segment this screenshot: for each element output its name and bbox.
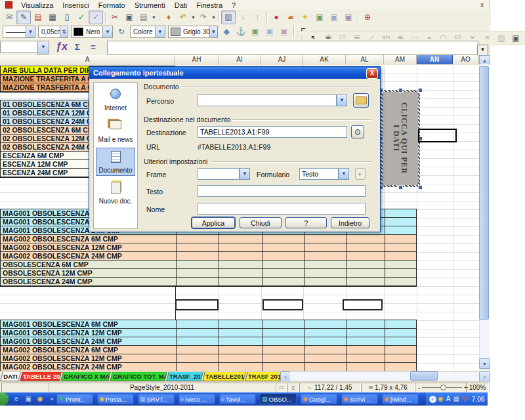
table-row[interactable]: OBSOLESCENZA 24M CMP <box>1 278 416 286</box>
line-width-spinner[interactable]: 0,05cm ⇅ <box>38 26 68 38</box>
selection-handle[interactable] <box>398 88 403 93</box>
start-button[interactable] <box>0 392 9 406</box>
menu-item-inserisci[interactable]: Inserisci <box>58 1 93 9</box>
spellcheck-icon[interactable]: ✓ <box>74 10 89 24</box>
sheet-tab-tabelle2013[interactable]: TABELLE2013 <box>202 372 245 381</box>
sheet-tab-graficoxmag[interactable]: GRAFICO X MAG. <box>60 372 110 381</box>
dialog-button-?[interactable]: ? <box>285 217 327 228</box>
table-row[interactable]: MAG002 OBSOLESCENZA 12M CMP <box>1 243 416 252</box>
sheet-tab-trasf2013[interactable]: TRASF 2013 <box>245 372 282 381</box>
table-row[interactable]: MAG001 OBSOLESCENZA 6M CMP <box>1 320 416 329</box>
dialog-close-button[interactable]: X <box>366 68 378 79</box>
copy-icon[interactable]: ▣ <box>122 10 136 24</box>
open-file-button[interactable] <box>353 93 369 108</box>
column-header-am[interactable]: AM <box>384 55 417 64</box>
column-header-ai[interactable]: AI <box>219 55 261 64</box>
selection-mode-icon[interactable]: ▭ <box>276 383 287 392</box>
expand-formula-bar-icon[interactable]: ▼ <box>477 45 488 56</box>
menu-item-?[interactable]: ? <box>227 1 240 9</box>
chevron-down-icon[interactable]: ▼ <box>155 26 165 37</box>
note-icon[interactable]: ▰ <box>284 10 298 24</box>
zoom-out-icon[interactable]: - <box>418 384 420 391</box>
bring-front-icon[interactable]: ▣ <box>327 10 341 24</box>
target-icon[interactable]: ⊕ <box>360 10 375 24</box>
dialog-sidebar-item-mailenews[interactable]: Mail e news <box>96 116 135 144</box>
hyperlink-bar-icon[interactable]: ▥ <box>221 10 236 24</box>
dialog-button-chiudi[interactable]: Chiudi <box>240 217 282 228</box>
table-row[interactable]: MAG002 OBSOLESCENZA 6M CMP <box>1 346 416 354</box>
menu-item-strumenti[interactable]: Strumenti <box>130 1 170 9</box>
edit-icon[interactable]: ✎ <box>16 10 31 24</box>
horizontal-scrollbar-thumb[interactable] <box>410 371 438 381</box>
mail-icon[interactable]: ✉ <box>2 10 16 24</box>
fill-color-combo[interactable]: Grigio 30% ▼ <box>168 26 218 38</box>
vnc-tray-icon[interactable]: V² <box>462 392 469 406</box>
menu-item-visualizza[interactable]: Visualizza <box>16 1 58 9</box>
testo-input[interactable] <box>198 185 366 197</box>
chevron-down-icon[interactable]: ▼ <box>211 11 217 24</box>
chevron-down-icon[interactable]: ▼ <box>26 26 35 37</box>
bordered-cell-box[interactable] <box>343 299 383 310</box>
selection-handle[interactable] <box>418 185 423 190</box>
chevron-down-icon[interactable]: ▼ <box>190 11 196 24</box>
name-box-dropdown-icon[interactable]: ▼ <box>37 41 49 54</box>
scroll-down-icon[interactable]: ▼ <box>479 358 490 369</box>
taskbar-button-scrivi[interactable]: ◉Scrivi ... <box>341 394 378 404</box>
export-pdf-icon[interactable]: ▤ <box>31 10 45 24</box>
column-header-a[interactable]: A <box>0 55 175 64</box>
dialog-title-bar[interactable]: Collegamento ipertestuale <box>89 67 380 79</box>
column-header-al[interactable]: AL <box>346 55 384 64</box>
menu-item-dati[interactable]: Dati <box>170 1 192 9</box>
dialog-sidebar-item-documento[interactable]: Documento <box>96 148 135 176</box>
desktop-quicklaunch-icon[interactable]: ▣ <box>24 394 33 404</box>
taskbar-button-iveco[interactable]: eIveco ... <box>178 394 215 404</box>
sum-icon[interactable]: Σ <box>71 41 84 52</box>
column-header-aj[interactable]: AJ <box>261 55 303 64</box>
column-header-ak[interactable]: AK <box>303 55 346 64</box>
tray-collapse-icon[interactable]: ‹ <box>429 396 436 403</box>
name-box[interactable] <box>0 41 39 53</box>
column-header-ao[interactable]: AO <box>453 55 479 64</box>
taskbar-button-obso[interactable]: ▤OBSO... <box>260 394 297 404</box>
table-row[interactable]: MAG002 OBSOLESCENZA 24M CMP <box>1 252 416 261</box>
align-icon[interactable]: ▣ <box>248 25 262 39</box>
sheet-tab-graficototmag[interactable]: GRAFICO TOT. MAG. <box>110 372 167 381</box>
frame-dropdown-icon[interactable]: ▼ <box>240 168 250 180</box>
table-row[interactable]: OBSOLESCENZA 12M CMP <box>1 269 416 278</box>
tab-scroll-left-icon[interactable]: < <box>280 371 291 382</box>
function-wizard-icon[interactable]: ƒx <box>55 41 68 52</box>
taskbar-button-tavol[interactable]: eTavol... <box>219 394 256 404</box>
chevron-down-icon[interactable]: ▼ <box>209 26 217 37</box>
selection-handle[interactable] <box>418 88 423 93</box>
frame-input[interactable] <box>198 168 240 180</box>
menu-item-formato[interactable]: Formato <box>94 1 130 9</box>
line-style-combo[interactable]: ——— ▼ <box>3 26 35 38</box>
autospell-icon[interactable]: ✓ <box>89 10 103 24</box>
formulario-dropdown-icon[interactable]: ▼ <box>339 168 349 180</box>
page-preview-icon[interactable]: ▯ <box>60 10 74 24</box>
menu-item-finestra[interactable]: Finestra <box>192 1 227 9</box>
nome-input[interactable] <box>198 203 366 215</box>
table-row[interactable]: MAG001 OBSOLESCENZA 24M CMP <box>1 337 416 346</box>
table-row[interactable]: MAG001 OBSOLESCENZA 12M CMP <box>1 329 416 337</box>
taskbar-button-pront[interactable]: ▼Pront... <box>56 394 93 404</box>
equals-icon[interactable]: = <box>87 41 100 52</box>
chevron-down-icon[interactable]: ▼ <box>151 11 157 24</box>
cut-icon[interactable]: ✂ <box>108 10 122 24</box>
undo-icon[interactable]: ↶ <box>176 10 190 24</box>
network-tray-icon[interactable]: ▦ <box>453 392 459 406</box>
target-in-document-button[interactable]: ⊙ <box>351 125 364 138</box>
destinazione-input[interactable] <box>198 126 347 138</box>
bordered-cell-box[interactable] <box>175 299 219 310</box>
spinner-icon[interactable]: ⇅ <box>60 26 68 37</box>
copy-control-icon[interactable]: ▣ <box>509 32 523 45</box>
taskbar-button-posta[interactable]: ◉Posta... <box>97 394 134 404</box>
shadow-icon[interactable]: ◆ <box>219 25 234 39</box>
percorso-input[interactable] <box>198 94 337 106</box>
horizontal-scrollbar-track[interactable] <box>290 371 479 381</box>
table-row[interactable]: MAG002 OBSOLESCENZA 6M CMP <box>1 235 416 243</box>
taskbar-button-wind[interactable]: ◉[Wind... <box>382 394 419 404</box>
table-row[interactable]: OBSOLESCENZA 6M CMP <box>1 261 416 269</box>
arrange-icon[interactable]: ▣ <box>262 25 277 39</box>
column-header-ah[interactable]: AH <box>175 55 219 64</box>
